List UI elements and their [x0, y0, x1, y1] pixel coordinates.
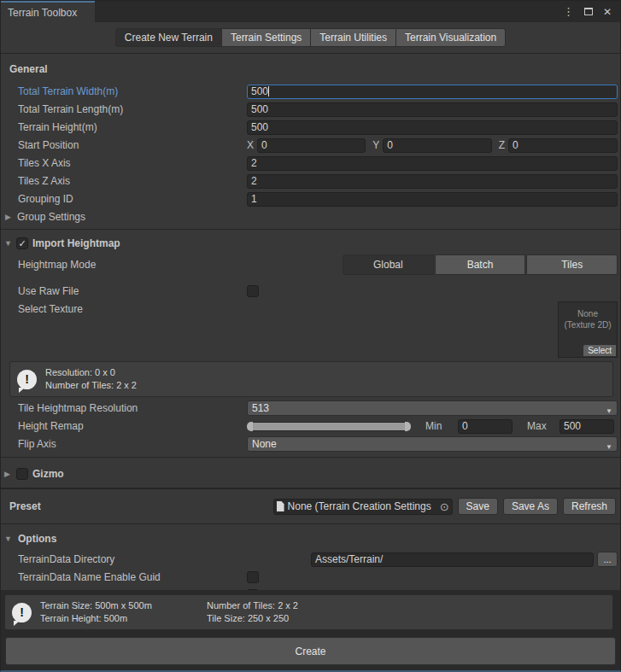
heightmap-mode-tiles-button[interactable]: Tiles: [526, 254, 618, 275]
dropdown-value: None: [252, 438, 277, 450]
terrain-height-input[interactable]: 500: [247, 120, 618, 135]
grouping-id-label: Grouping ID: [18, 193, 247, 205]
chevron-down-icon: ▼: [606, 441, 612, 454]
close-icon[interactable]: ✕: [603, 7, 612, 17]
grouping-id-row: Grouping ID 1: [1, 190, 620, 207]
tile-heightmap-resolution-label: Tile Heightmap Resolution: [18, 402, 247, 414]
gizmo-row: ▶ Gizmo: [1, 465, 620, 483]
options-label: Options: [18, 533, 56, 545]
heightmap-mode-batch-button[interactable]: Batch: [435, 254, 526, 275]
info-icon: !: [12, 603, 32, 622]
summary-right-column: Number of Tiles: 2 x 2 Tile Size: 250 x …: [207, 599, 298, 625]
number-of-tiles-text: Number of Tiles: 2 x 2: [207, 599, 298, 612]
terraindata-directory-row: TerrainData Directory Assets/Terrain/ ..…: [1, 551, 620, 568]
titlebar-spacer: [95, 1, 563, 22]
slider-max-handle[interactable]: [405, 422, 411, 431]
min-label: Min: [425, 420, 451, 432]
window-menu-icon[interactable]: ⋮: [563, 6, 574, 17]
height-remap-label: Height Remap: [18, 420, 247, 432]
height-remap-slider[interactable]: [247, 422, 411, 431]
resolution-line: Resolution: 0 x 0: [45, 366, 137, 379]
height-remap-max-input[interactable]: 500: [559, 419, 614, 434]
slider-min-handle[interactable]: [247, 422, 253, 431]
preset-row: Preset None (Terrain Creation Settings ⊙…: [1, 497, 620, 516]
refresh-button[interactable]: Refresh: [563, 498, 616, 515]
tile-size-text: Tile Size: 250 x 250: [207, 612, 298, 625]
heightmap-mode-row: Heightmap Mode Global Batch Tiles: [1, 253, 620, 277]
section-divider: [1, 523, 620, 524]
flip-axis-dropdown[interactable]: None ▼: [247, 436, 618, 452]
preset-object-field[interactable]: None (Terrain Creation Settings ⊙: [273, 499, 453, 515]
heightmap-mode-label: Heightmap Mode: [18, 259, 96, 271]
tab-terrain-settings[interactable]: Terrain Settings: [221, 28, 311, 47]
gizmo-checkbox[interactable]: [16, 468, 28, 480]
start-position-z: Z 0: [499, 138, 618, 153]
z-axis-label: Z: [499, 139, 505, 151]
select-texture-label: Select Texture: [18, 303, 247, 315]
grouping-id-input[interactable]: 1: [247, 192, 618, 207]
preset-value: None (Terrain Creation Settings: [288, 500, 438, 512]
tiles-z-axis-label: Tiles Z Axis: [18, 175, 247, 187]
tiles-z-axis-input[interactable]: 2: [247, 174, 618, 189]
start-position-x-input[interactable]: 0: [257, 138, 366, 153]
terrain-height-label: Terrain Height(m): [18, 121, 247, 133]
maximize-icon[interactable]: [584, 8, 593, 15]
height-remap-min-input[interactable]: 0: [458, 419, 513, 434]
start-position-fields: X 0 Y 0 Z 0: [247, 138, 618, 153]
object-picker-icon[interactable]: ⊙: [440, 501, 449, 512]
foldout-open-icon[interactable]: ▼: [4, 239, 16, 248]
tab-label: Terrain Utilities: [319, 32, 387, 44]
terraindata-directory-input[interactable]: Assets/Terrain/: [311, 552, 594, 567]
x-axis-label: X: [247, 139, 254, 151]
window-tab-terrain-toolbox[interactable]: Terrain Toolbox: [1, 1, 95, 22]
foldout-open-icon: ▼: [4, 535, 16, 543]
terraindata-name-guid-checkbox[interactable]: [247, 571, 259, 583]
texture-none-line2: (Texture 2D): [559, 319, 617, 330]
tile-heightmap-resolution-row: Tile Heightmap Resolution 513 ▼: [1, 400, 620, 417]
start-position-row: Start Position X 0 Y 0 Z 0: [1, 137, 620, 154]
texture-object-picker[interactable]: None (Texture 2D) Select: [558, 301, 618, 358]
options-header-row[interactable]: ▼ Options: [1, 531, 620, 546]
summary-helpbox: ! Terrain Size: 500m x 500m Terrain Heig…: [4, 594, 613, 630]
foldout-closed-icon[interactable]: ▶: [4, 470, 16, 478]
chevron-down-icon: ▼: [606, 405, 612, 418]
terrain-height-row: Terrain Height(m) 500: [1, 119, 620, 136]
height-remap-row: Height Remap Min 0 Max 500: [1, 418, 620, 435]
tab-create-new-terrain[interactable]: Create New Terrain: [115, 28, 222, 47]
flip-axis-row: Flip Axis None ▼: [1, 435, 620, 453]
check-icon: ✓: [18, 239, 26, 248]
y-axis-label: Y: [372, 139, 379, 151]
tab-terrain-visualization[interactable]: Terrain Visualization: [395, 28, 506, 47]
tiles-x-axis-input[interactable]: 2: [247, 156, 618, 171]
tiles-z-axis-row: Tiles Z Axis 2: [1, 172, 620, 190]
tab-label: Terrain Visualization: [405, 32, 496, 44]
texture-select-button[interactable]: Select: [583, 345, 616, 356]
exclaim-glyph: !: [25, 372, 29, 386]
start-position-y-input[interactable]: 0: [383, 138, 491, 153]
save-as-button[interactable]: Save As: [503, 498, 558, 515]
section-divider: [1, 457, 620, 458]
heightmap-mode-global-button[interactable]: Global: [343, 254, 434, 275]
group-settings-foldout[interactable]: ▶ Group Settings: [1, 208, 620, 225]
terraindata-name-guid-row: TerrainData Name Enable Guid: [1, 569, 620, 586]
window-controls: ⋮ ✕: [563, 1, 620, 22]
tile-heightmap-resolution-dropdown[interactable]: 513 ▼: [247, 400, 618, 416]
use-raw-file-row: Use Raw File: [1, 282, 620, 301]
heightmap-mode-group: Global Batch Tiles: [343, 254, 618, 275]
terrain-height-text: Terrain Height: 500m: [40, 612, 207, 625]
import-heightmap-checkbox[interactable]: ✓: [16, 237, 28, 249]
total-terrain-length-input[interactable]: 500: [247, 102, 618, 117]
start-position-z-input[interactable]: 0: [508, 138, 618, 153]
summary-columns: Terrain Size: 500m x 500m Terrain Height…: [40, 599, 606, 625]
create-button[interactable]: Create: [5, 637, 616, 665]
tab-terrain-utilities[interactable]: Terrain Utilities: [310, 28, 396, 47]
slider-fill: [252, 423, 406, 430]
total-terrain-width-label: Total Terrain Width(m): [18, 85, 247, 97]
use-raw-file-checkbox[interactable]: [247, 285, 259, 297]
total-terrain-width-input[interactable]: 500: [247, 85, 618, 99]
start-position-label: Start Position: [18, 139, 247, 151]
browse-button[interactable]: ...: [597, 552, 618, 567]
start-position-x: X 0: [247, 138, 366, 153]
mode-button-label: Tiles: [561, 259, 583, 271]
save-button[interactable]: Save: [458, 498, 498, 515]
